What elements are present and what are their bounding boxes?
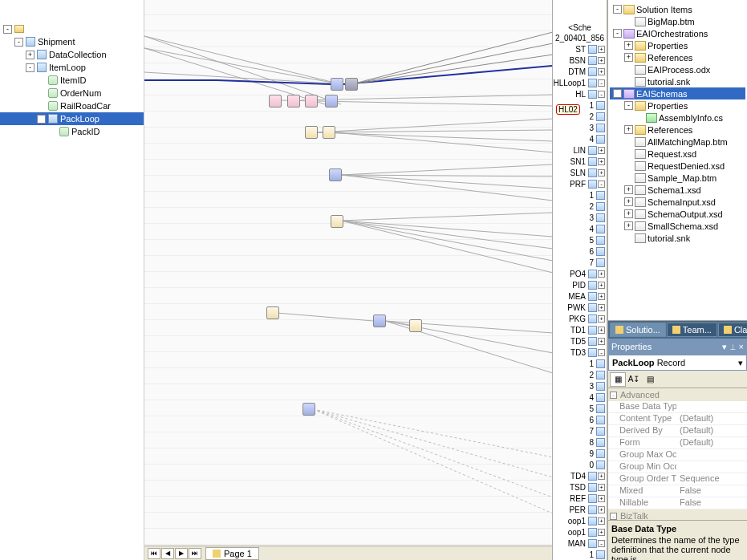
expander-icon[interactable]: - [26,63,35,72]
prop-row-content-type[interactable]: Content Type(Default) [608,413,747,425]
dest-node-prf[interactable]: PRF- [553,178,607,189]
dest-node-4[interactable]: 4 [553,223,607,234]
categorized-button[interactable]: ▦ [610,372,626,387]
dest-node-dtm[interactable]: DTM+ [553,66,607,77]
expander-icon[interactable]: - [598,181,605,188]
expander-icon[interactable]: + [598,282,605,289]
pager-first-button[interactable]: ⏮ [148,548,160,559]
dest-node-bsn[interactable]: BSN+ [553,55,607,66]
solution-item-schemainput-xsd[interactable]: +SchemaInput.xsd [610,196,745,208]
dest-node-3[interactable]: 3 [553,122,607,133]
expander-icon[interactable]: + [598,338,605,345]
pager-last-button[interactable]: ⏭ [189,548,201,559]
prop-value[interactable] [676,449,747,461]
prop-category-biztalk[interactable]: -BizTalk [608,509,747,520]
expander-icon[interactable]: + [598,517,605,525]
expander-icon[interactable]: - [598,79,605,87]
expander-icon[interactable]: - [3,25,12,34]
dest-node-7[interactable]: 7 [553,425,607,436]
dest-node-tsd[interactable]: TSD+ [553,481,607,493]
expander-icon[interactable]: + [624,209,633,218]
expander-icon[interactable]: + [598,57,605,64]
dest-node-td3[interactable]: TD3- [553,347,607,358]
solution-item-sample_map-btm[interactable]: Sample_Map.btm [610,172,745,184]
dest-node-2[interactable]: 2 [553,201,607,212]
dest-node-5[interactable]: 5 [553,403,607,414]
dest-node-2[interactable]: 2 [553,369,607,380]
expander-icon[interactable]: + [598,147,605,154]
solution-item-properties[interactable]: +Properties [610,39,745,51]
solution-item-schema1-xsd[interactable]: +Schema1.xsd [610,184,745,196]
properties-grid[interactable]: -AdvancedBase Data TypeContent Type(Defa… [608,388,747,520]
expander-icon[interactable]: + [598,46,605,53]
prop-row-form[interactable]: Form(Default) [608,437,747,449]
prop-value[interactable]: (Default) [676,437,747,448]
prop-value[interactable]: False [676,497,747,509]
solution-item-request-xsd[interactable]: Request.xsd [610,148,745,160]
solution-item-assemblyinfo-cs[interactable]: AssemblyInfo.cs [610,112,745,124]
expander-icon[interactable]: + [598,68,605,75]
alphabetical-button[interactable]: A↧ [626,372,642,387]
panel-tab-class[interactable]: Class... [718,323,747,337]
prop-value[interactable]: Sequence [676,473,747,485]
expander-icon[interactable]: - [598,540,605,547]
prop-value[interactable]: (Default) [676,425,747,436]
dest-node-sln[interactable]: SLN+ [553,167,607,178]
solution-item-solution-items[interactable]: -Solution Items [610,3,745,15]
prop-row-group-max-occ[interactable]: Group Max Occ [608,449,747,461]
functoid[interactable] [325,95,338,108]
expander-icon[interactable]: - [613,5,622,14]
prop-value[interactable]: False [676,485,747,497]
dest-node-hlloop1[interactable]: HLLoop1- [553,77,607,88]
dest-node-1[interactable]: 1 [553,189,607,201]
tree-node-packloop[interactable]: -PackLoop [0,112,144,125]
expander-icon[interactable]: + [598,327,605,334]
solution-item-eaiprocess-odx[interactable]: EAIProcess.odx [610,63,745,75]
solution-item-references[interactable]: +References [610,51,745,63]
tree-node-datacollection[interactable]: +DataCollection [0,48,144,61]
dest-node-3[interactable]: 3 [553,212,607,223]
solution-item-eaiorchestrations[interactable]: -EAIOrchestrations [610,27,745,39]
solution-item-requestdenied-xsd[interactable]: RequestDenied.xsd [610,160,745,172]
dest-node-mea[interactable]: MEA+ [553,290,607,302]
properties-selector[interactable]: PackLoop Record ▾ [608,355,747,371]
prop-category-advanced[interactable]: -Advanced [608,388,747,401]
solution-item-tutorial-snk[interactable]: tutorial.snk [610,232,745,244]
expander-icon[interactable]: - [624,101,633,110]
dest-node-st[interactable]: ST+ [553,43,607,55]
expander-icon[interactable]: + [598,304,605,311]
expander-icon[interactable]: + [624,197,633,206]
dest-node-po4[interactable]: PO4+ [553,268,607,279]
expander-icon[interactable]: - [598,91,605,98]
prop-row-derived-by[interactable]: Derived By(Default) [608,425,747,437]
functoid[interactable] [345,78,358,91]
dest-node-pkg[interactable]: PKG+ [553,313,607,324]
dest-node-hl[interactable]: HL- [553,88,607,99]
expander-icon[interactable]: - [610,392,617,399]
prop-value[interactable] [676,401,747,412]
tree-node-itemloop[interactable]: -ItemLoop [0,61,144,74]
pager-prev-button[interactable]: ◀ [161,548,174,559]
dest-node-4[interactable]: 4 [553,392,607,403]
expander-icon[interactable]: + [624,53,633,62]
panel-tab-solutio[interactable]: Solutio... [610,323,666,337]
expander-icon[interactable]: + [598,293,605,300]
functoid[interactable] [331,215,343,228]
expander-icon[interactable]: - [613,29,622,38]
expander-icon[interactable]: - [613,89,622,98]
expander-icon[interactable]: - [610,513,617,520]
solution-item-references[interactable]: +References [610,124,745,136]
dest-node-td1[interactable]: TD1+ [553,324,607,335]
dropdown-icon[interactable]: ▾ [722,342,727,352]
expander-icon[interactable]: + [598,315,605,323]
dest-node-pid[interactable]: PID+ [553,279,607,290]
pager-next-button[interactable]: ▶ [175,548,188,559]
functoid[interactable] [329,168,342,181]
expander-icon[interactable]: - [14,38,23,47]
prop-value[interactable] [676,461,747,473]
expander-icon[interactable]: + [598,473,605,480]
functoid[interactable] [269,95,282,108]
prop-row-nillable[interactable]: NillableFalse [608,497,747,509]
dest-node-lin[interactable]: LIN+ [553,144,607,156]
expander-icon[interactable]: + [624,41,633,50]
